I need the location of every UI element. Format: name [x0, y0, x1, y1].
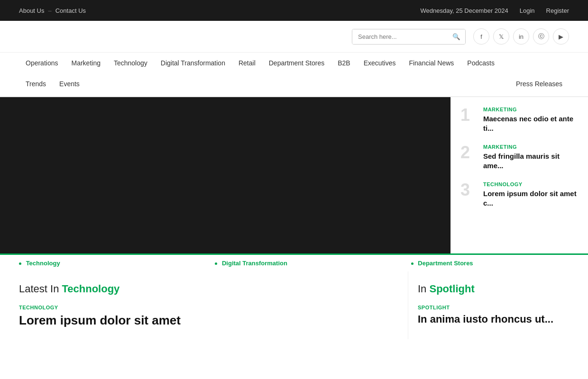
- dot-digital: [215, 262, 217, 265]
- bottom-left: Latest In Technology TECHNOLOGY Lorem ip…: [0, 271, 408, 339]
- hero-area: [0, 97, 450, 253]
- trending-item-1: 1 MARKETING Maecenas nec odio et ante ti…: [460, 107, 579, 133]
- trending-category-3: TECHNOLOGY: [483, 181, 579, 187]
- trending-title-3[interactable]: Lorem ipsum dolor sit amet c...: [483, 189, 579, 208]
- dot-technology: [19, 262, 21, 265]
- nav-row-1: Operations Marketing Technology Digital …: [19, 53, 569, 73]
- top-bar-right: Wednesday, 25 December 2024 Login Regist…: [421, 7, 569, 14]
- nav-item-marketing[interactable]: Marketing: [64, 53, 107, 73]
- trending-number-2: 2: [460, 144, 478, 161]
- social-icons: f 𝕏 in ⓒ ▶: [473, 28, 569, 45]
- search-bar: 🔍: [352, 29, 466, 45]
- facebook-icon[interactable]: f: [473, 28, 489, 45]
- separator: –: [48, 7, 51, 14]
- nav-item-technology[interactable]: Technology: [107, 53, 154, 73]
- youtube-icon[interactable]: ▶: [553, 28, 569, 45]
- nav-item-press-releases[interactable]: Press Releases: [509, 73, 569, 94]
- section-label-technology[interactable]: Technology: [0, 253, 196, 271]
- nav-item-retail[interactable]: Retail: [232, 53, 262, 73]
- instagram-icon[interactable]: ⓒ: [533, 28, 549, 45]
- spotlight-category: SPOTLIGHT: [418, 305, 579, 310]
- section-label-digital[interactable]: Digital Transformation: [196, 253, 392, 271]
- nav-item-financial-news[interactable]: Financial News: [402, 53, 460, 73]
- nav-item-operations[interactable]: Operations: [19, 53, 64, 73]
- nav-item-podcasts[interactable]: Podcasts: [460, 53, 501, 73]
- nav-item-trends[interactable]: Trends: [19, 73, 53, 94]
- contact-us-link[interactable]: Contact Us: [55, 7, 86, 14]
- featured-article: TECHNOLOGY Lorem ipsum dolor sit amet: [19, 305, 389, 328]
- section-label-department[interactable]: Department Stores: [392, 253, 588, 271]
- trending-content-1: MARKETING Maecenas nec odio et ante ti..…: [483, 107, 579, 133]
- dot-department: [411, 262, 413, 265]
- spotlight-prefix: In: [418, 283, 426, 295]
- trending-title-1[interactable]: Maecenas nec odio et ante ti...: [483, 114, 579, 133]
- search-input[interactable]: [352, 29, 448, 44]
- latest-prefix: Latest In: [19, 283, 59, 295]
- top-bar: About Us – Contact Us Wednesday, 25 Dece…: [0, 0, 588, 21]
- nav-row-2: Trends Events Press Releases: [19, 73, 569, 96]
- spotlight-article: SPOTLIGHT In anima iusto rhoncus ut...: [418, 305, 579, 325]
- nav-item-digital-transformation[interactable]: Digital Transformation: [154, 53, 232, 73]
- search-button[interactable]: 🔍: [448, 29, 465, 44]
- date-display: Wednesday, 25 December 2024: [421, 7, 508, 14]
- spotlight-article-title[interactable]: In anima iusto rhoncus ut...: [418, 313, 579, 325]
- article-title[interactable]: Lorem ipsum dolor sit amet: [19, 313, 389, 328]
- article-category: TECHNOLOGY: [19, 305, 389, 310]
- trending-content-3: TECHNOLOGY Lorem ipsum dolor sit amet c.…: [483, 181, 579, 208]
- latest-topic: Technology: [62, 283, 120, 295]
- linkedin-icon[interactable]: in: [513, 28, 529, 45]
- trending-content-2: MARKETING Sed fringilla mauris sit ame..…: [483, 144, 579, 170]
- latest-in-title: Latest In Technology: [19, 283, 389, 295]
- trending-category-2: MARKETING: [483, 144, 579, 150]
- trending-title-2[interactable]: Sed fringilla mauris sit ame...: [483, 152, 579, 170]
- trending-item-2: 2 MARKETING Sed fringilla mauris sit ame…: [460, 144, 579, 170]
- main-content: 1 MARKETING Maecenas nec odio et ante ti…: [0, 97, 588, 253]
- top-bar-left: About Us – Contact Us: [19, 7, 86, 14]
- trending-number-3: 3: [460, 181, 478, 199]
- nav-item-executives[interactable]: Executives: [357, 53, 403, 73]
- nav-item-events[interactable]: Events: [53, 73, 86, 94]
- spotlight-topic: Spotlight: [429, 283, 474, 295]
- spotlight-heading: In Spotlight: [418, 283, 579, 295]
- twitter-icon[interactable]: 𝕏: [493, 28, 509, 45]
- nav-item-department-stores[interactable]: Department Stores: [262, 53, 331, 73]
- bottom-content: Latest In Technology TECHNOLOGY Lorem ip…: [0, 271, 588, 339]
- sidebar: 1 MARKETING Maecenas nec odio et ante ti…: [450, 97, 588, 253]
- register-link[interactable]: Register: [546, 7, 569, 14]
- trending-number-1: 1: [460, 107, 478, 124]
- bottom-right: In Spotlight SPOTLIGHT In anima iusto rh…: [408, 271, 588, 339]
- main-nav: Operations Marketing Technology Digital …: [0, 53, 588, 97]
- nav-item-b2b[interactable]: B2B: [331, 53, 357, 73]
- trending-category-1: MARKETING: [483, 107, 579, 112]
- trending-item-3: 3 TECHNOLOGY Lorem ipsum dolor sit amet …: [460, 181, 579, 208]
- login-link[interactable]: Login: [520, 7, 535, 14]
- header: 🔍 f 𝕏 in ⓒ ▶: [0, 21, 588, 53]
- three-labels-bar: Technology Digital Transformation Depart…: [0, 253, 588, 271]
- content-area: [0, 97, 450, 253]
- about-us-link[interactable]: About Us: [19, 7, 44, 14]
